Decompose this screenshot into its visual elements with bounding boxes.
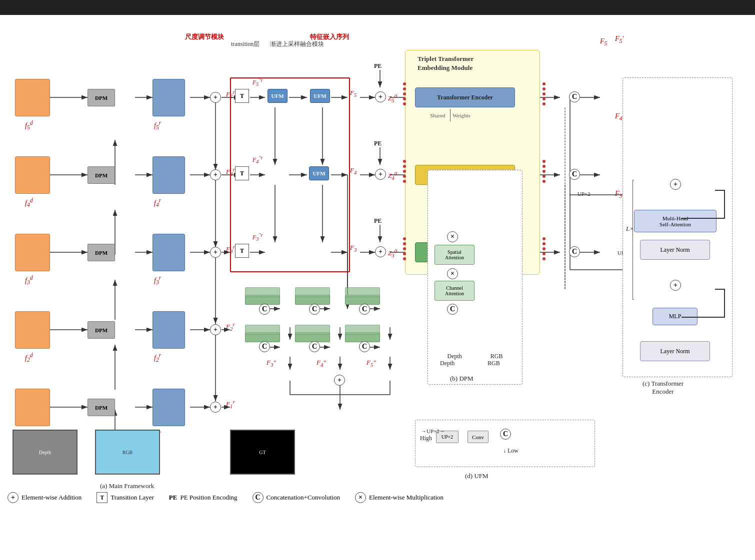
residual-add-2: +	[670, 280, 681, 291]
residual-vert-2	[724, 289, 725, 318]
f5d-label: f5d	[25, 120, 33, 131]
pe-3-label: PE	[374, 217, 382, 225]
legend-c-text: Concatenation+Convolution	[266, 494, 340, 502]
green-top-4	[245, 287, 280, 297]
top-bar	[0, 0, 755, 15]
F4pp-label: F4''	[316, 359, 326, 368]
c-green-3: C	[359, 304, 370, 315]
legend-pe-symbol: PE	[169, 494, 178, 502]
add-circle-3: +	[210, 247, 221, 258]
f5d-block	[15, 79, 50, 116]
shared-divider-1	[450, 109, 450, 121]
add-circle-5: +	[210, 92, 221, 103]
F3prr-label: F3''r	[252, 232, 263, 242]
c-bot-1: C	[259, 341, 270, 352]
up2-arrow-label: →UP×2→	[421, 428, 445, 434]
z3-circle: +	[375, 246, 386, 257]
c-circle-3: C	[569, 246, 580, 257]
upsample-fusion-label: 渐进上采样融合模块	[270, 40, 324, 48]
shared-weights-1b: Weights	[452, 112, 470, 118]
F3out-label: F3	[350, 244, 356, 253]
c-green-1: C	[259, 304, 270, 315]
residual-line-1	[715, 190, 725, 191]
f1d-block	[15, 389, 50, 426]
F1r-label: F1r	[226, 399, 235, 409]
Z40-label: Z40	[388, 170, 397, 181]
legend-transition: T Transition Layer	[96, 492, 154, 503]
f3r-block	[152, 234, 185, 271]
residual-vert-1	[724, 190, 725, 219]
z4-circle: +	[375, 169, 386, 180]
f2d-block	[15, 311, 50, 349]
legend-add: + Element-wise Addition	[8, 492, 82, 503]
pe-4-label: PE	[374, 140, 382, 147]
f5r-label: f5r	[154, 120, 161, 131]
green-bot-5	[295, 325, 330, 335]
F5prime-label: F5'	[615, 35, 624, 44]
legend-c-symbol: C	[252, 492, 264, 503]
ufm-5b: UFM	[310, 89, 330, 103]
f2r-block	[152, 311, 185, 349]
legend-concat: C Concatenation+Convolution	[252, 492, 340, 503]
diagram-container: f5d f4d f3d f2d f1d DPM DPM DPM DPM DPM …	[0, 0, 755, 560]
dot-col-right-4	[542, 160, 546, 183]
rgb-label-inner: RGB	[488, 360, 500, 367]
f1r-block	[152, 389, 185, 426]
green-bot-4	[245, 325, 280, 335]
multiply-bot-dpm: ×	[447, 268, 458, 279]
subfig-c-label: (c) TransformerEncoder	[642, 380, 684, 396]
f5r-block	[152, 79, 185, 116]
residual-add-1: +	[670, 179, 681, 190]
legend-pe-text: PE Position Encoding	[180, 494, 237, 502]
t-box-3: T	[235, 244, 249, 258]
transition-layer-label: transition层	[231, 40, 260, 48]
shared-weights-1: Shared	[430, 112, 446, 118]
f3r-label: f3r	[154, 275, 161, 286]
ufm-5a: UFM	[268, 89, 288, 103]
z5-circle: +	[375, 91, 386, 102]
Z30-label: Z30	[388, 248, 397, 258]
t-box-5: T	[235, 89, 249, 103]
F5pp-label: F5''	[366, 359, 376, 368]
dot-col-left-3	[403, 237, 406, 260]
legend-add-text: Element-wise Addition	[22, 494, 82, 502]
c-green-2: C	[309, 304, 320, 315]
legend-x-text: Element-wise Multiplication	[369, 494, 444, 502]
c-bot-3: C	[359, 341, 370, 352]
dpm4-box: DPM	[88, 166, 115, 184]
dpm1-box: DPM	[88, 399, 115, 416]
transformer-enc-5: Transformer Encoder	[415, 87, 515, 107]
F3pp-label: F3''	[266, 359, 276, 368]
spatial-attention-box: SpatialAttention	[434, 245, 474, 265]
dot-col-left-4	[403, 160, 406, 183]
residual-line-2b	[682, 317, 725, 318]
dpm3-box: DPM	[88, 244, 115, 261]
ttm-title: Triplet Transformer	[418, 55, 474, 63]
legend-add-symbol: +	[8, 492, 18, 503]
add-bottom-circle: +	[334, 375, 345, 386]
F5out-label: F5	[350, 89, 356, 98]
multi-head-attn: Multi-HeadSelf-Attention	[634, 210, 716, 232]
Z50-label: Z50	[388, 93, 397, 103]
dot-col-right-3	[542, 237, 546, 260]
depth-image: Depth	[12, 430, 78, 475]
legend-pe: PE PE Position Encoding	[169, 494, 238, 502]
ufm-4a: UFM	[309, 166, 329, 180]
up2-label-1: UP×2	[578, 191, 590, 197]
conv-box-ufm: Conv	[468, 431, 488, 443]
rgb-label-dpm: RGB	[490, 353, 503, 360]
F5-top-label: F5	[600, 37, 607, 47]
legend-t-text: Transition Layer	[110, 494, 154, 502]
f3d-label: f3d	[25, 275, 33, 286]
gt-image: GT	[230, 430, 295, 475]
scale-module-title: 尺度调节模块	[185, 32, 224, 41]
subfig-d-label: (d) UFM	[465, 472, 488, 480]
green-top-5	[295, 287, 330, 297]
high-label: High	[420, 435, 432, 442]
F4prr-label: F4''r	[252, 155, 263, 164]
legend-x-symbol: ×	[355, 492, 366, 503]
add-circle-1: +	[210, 402, 221, 413]
subfig-b-label: (b) DPM	[450, 375, 474, 383]
add-circle-4: +	[210, 169, 221, 180]
green-top-6	[345, 287, 380, 297]
